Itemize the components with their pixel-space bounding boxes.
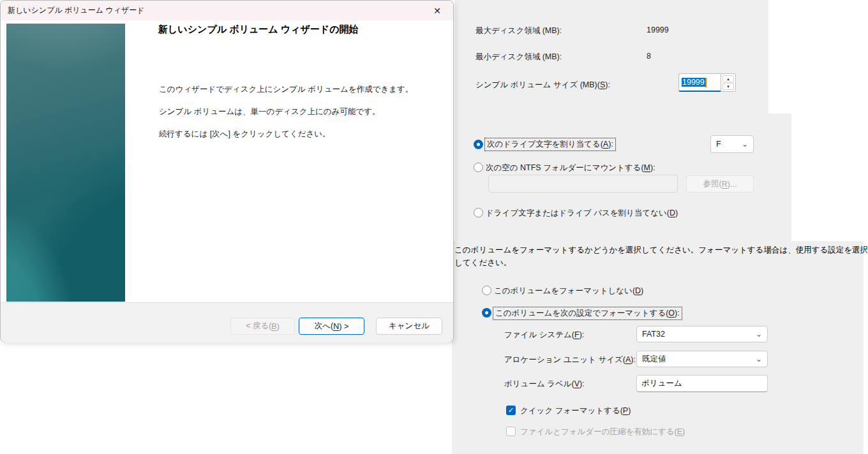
close-icon: ✕ <box>433 6 441 16</box>
chevron-down-icon: ⌄ <box>742 140 748 149</box>
min-disk-space-value: 8 <box>647 52 651 61</box>
max-disk-space-value: 19999 <box>647 26 669 34</box>
radio-do-not-format-label[interactable]: このボリュームをフォーマットしない(D) <box>494 286 643 297</box>
simple-volume-size-label: シンプル ボリューム サイズ (MB)(S): <box>475 80 610 91</box>
radio-assign-drive-letter-label[interactable]: 次のドライブ文字を割り当てる(A): <box>486 139 615 150</box>
browse-button: 参照(R)... <box>686 175 754 193</box>
wizard-paragraph: 続行するには [次へ] をクリックしてください。 <box>159 129 443 140</box>
selected-text: 19999 <box>682 78 705 87</box>
allocation-unit-dropdown[interactable]: 既定値 ⌄ <box>636 351 768 367</box>
spin-up-icon: ▴ <box>727 77 730 81</box>
radio-format-with-settings-label[interactable]: このボリュームを次の設定でフォーマットする(O): <box>494 308 681 319</box>
wizard-heading: 新しいシンプル ボリューム ウィザードの開始 <box>158 24 439 36</box>
spin-up-button[interactable]: ▴ <box>722 75 734 82</box>
volume-size-spinner: 19999 ▴ ▾ <box>678 73 736 92</box>
compression-label: ファイルとフォルダーの圧縮を有効にする(E) <box>520 427 685 437</box>
wizard-dialog: 新しいシンプル ボリューム ウィザード ✕ 新しいシンプル ボリューム ウィザー… <box>0 0 454 342</box>
file-system-value: FAT32 <box>642 330 665 339</box>
back-button: < 戻る(B) <box>230 318 295 335</box>
chevron-down-icon: ⌄ <box>756 330 762 339</box>
wizard-paragraph: このウィザードでディスク上にシンプル ボリュームを作成できます。 <box>159 84 443 95</box>
close-button[interactable]: ✕ <box>426 3 448 18</box>
quick-format-label[interactable]: クイック フォーマットする(P) <box>520 406 631 416</box>
radio-mount-ntfs-folder-label[interactable]: 次の空の NTFS フォルダーにマウントする(M): <box>486 163 655 173</box>
allocation-unit-label: アロケーション ユニット サイズ(A): <box>504 355 636 365</box>
screen: 新しいシンプル ボリューム ウィザード ✕ 新しいシンプル ボリューム ウィザー… <box>0 0 868 454</box>
radio-assign-drive-letter[interactable] <box>474 140 483 149</box>
allocation-unit-value: 既定値 <box>642 354 666 365</box>
radio-no-drive-letter-label[interactable]: ドライブ文字またはドライブ パスを割り当てない(D) <box>486 208 678 219</box>
text-caret <box>705 78 707 87</box>
radio-format-with-settings[interactable] <box>482 308 491 318</box>
wizard-paragraph: シンプル ボリュームは、単一のディスク上にのみ可能です。 <box>159 106 443 117</box>
check-icon: ✓ <box>508 406 514 414</box>
radio-no-drive-letter[interactable] <box>474 208 483 217</box>
radio-mount-ntfs-folder[interactable] <box>474 163 483 172</box>
radio-do-not-format[interactable] <box>482 286 491 295</box>
volume-label-input[interactable] <box>636 375 768 392</box>
cancel-button[interactable]: キャンセル <box>376 318 442 335</box>
format-panel <box>452 241 864 454</box>
next-button[interactable]: 次へ(N) > <box>299 318 364 335</box>
compression-checkbox <box>506 427 516 436</box>
spin-down-button[interactable]: ▾ <box>722 83 734 90</box>
max-disk-space-label: 最大ディスク領域 (MB): <box>475 26 562 36</box>
quick-format-checkbox[interactable]: ✓ <box>506 406 516 415</box>
spinner-buttons: ▴ ▾ <box>721 73 736 92</box>
chevron-down-icon: ⌄ <box>756 355 762 363</box>
window-title: 新しいシンプル ボリューム ウィザード <box>8 5 145 16</box>
drive-letter-value: F <box>716 140 721 149</box>
mount-path-field <box>488 175 678 193</box>
spin-down-icon: ▾ <box>727 84 730 89</box>
wizard-sidebar-art <box>6 24 125 302</box>
drive-letter-dropdown[interactable]: F ⌄ <box>710 135 754 153</box>
title-bar[interactable]: 新しいシンプル ボリューム ウィザード <box>1 1 453 20</box>
volume-label-label: ボリューム ラベル(V): <box>504 379 585 390</box>
volume-size-input[interactable]: 19999 <box>678 73 721 92</box>
format-description: このボリュームをフォーマットするかどうかを選択してください。フォーマットする場合… <box>454 244 868 269</box>
min-disk-space-label: 最小ディスク領域 (MB): <box>475 52 562 62</box>
file-system-dropdown[interactable]: FAT32 ⌄ <box>636 326 768 342</box>
file-system-label: ファイル システム(F): <box>504 330 584 340</box>
